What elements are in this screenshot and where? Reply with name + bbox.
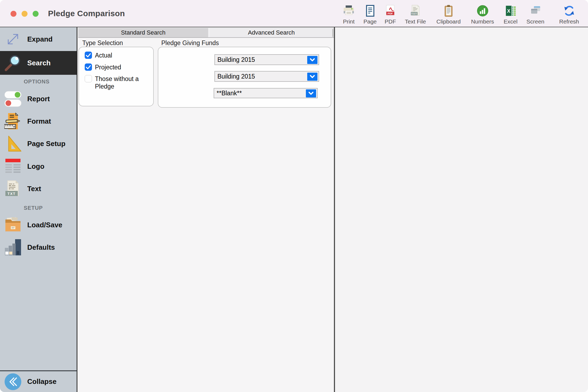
checkmark-icon (85, 63, 92, 71)
sidebar-item-label: Logo (27, 162, 45, 171)
sidebar-item-format[interactable]: Format (0, 111, 77, 131)
toolbar-label-excel: Excel (504, 19, 517, 24)
close-window-button[interactable] (11, 11, 16, 17)
checkbox-label-actual[interactable]: Actual (95, 52, 112, 59)
toolbar-label-text-file: Text File (405, 19, 426, 24)
checkbox-actual[interactable] (85, 52, 92, 59)
report-preview-area (335, 27, 588, 392)
dropdown-value: Building 2015 (215, 56, 255, 63)
collapse-icon (4, 373, 22, 390)
toolbar-label-print: Print (343, 19, 354, 24)
checkmark-icon (85, 52, 92, 59)
report-toggles-icon (4, 91, 22, 107)
dropdown-button[interactable] (307, 56, 317, 64)
tab-standard-search[interactable]: Standard Search (78, 28, 208, 37)
toolbar-button-page[interactable]: Page (363, 5, 377, 24)
sidebar-item-page-setup[interactable]: Page Setup (0, 133, 77, 154)
refresh-icon (563, 5, 575, 17)
sidebar-item-label: Search (27, 59, 51, 67)
toolbar-button-text-file[interactable]: TXT Text File (405, 5, 426, 24)
dropdown-button[interactable] (306, 89, 316, 97)
checkbox-row-projected[interactable]: Projected (85, 63, 149, 71)
sidebar-item-label: Defaults (27, 243, 55, 252)
checkbox-label-those-without-pledge[interactable]: Those without a Pledge (95, 75, 143, 90)
sidebar: Expand Search OPTIONS (0, 27, 77, 392)
toolbar-label-pdf: PDF (385, 19, 396, 24)
sidebar-item-label: Expand (27, 35, 53, 43)
sidebar-item-report[interactable]: Report (0, 89, 77, 109)
screen-windows-icon (529, 5, 542, 17)
factory-icon (4, 239, 22, 256)
type-selection-box: Actual Projected Those without a Pledge (78, 47, 154, 106)
sidebar-item-logo[interactable]: Logo (0, 156, 77, 177)
search-panel: Type Selection Pledge Giving Funds Actua… (78, 38, 334, 392)
sidebar-item-collapse[interactable]: Collapse (0, 371, 77, 392)
checkbox-label-projected[interactable]: Projected (95, 63, 121, 71)
window-title: Pledge Comparison (48, 9, 125, 18)
sidebar-item-expand[interactable]: Expand (0, 27, 77, 51)
excel-x-text: X (507, 8, 510, 14)
minimize-window-button[interactable] (22, 11, 28, 17)
pledge-1-dropdown[interactable]: Building 2015 (214, 54, 319, 65)
search-icon (4, 53, 22, 72)
sidebar-item-load-save[interactable]: Load/Save (0, 215, 77, 235)
set-square-icon (4, 135, 22, 152)
sidebar-item-label: Report (27, 95, 50, 103)
sidebar-section-options: OPTIONS (24, 77, 50, 86)
folder-icon (4, 216, 22, 234)
toolbar-label-screen: Screen (527, 19, 545, 24)
checkbox-those-without-pledge[interactable] (85, 75, 92, 82)
tab-advanced-search[interactable]: Advanced Search (210, 28, 333, 37)
expand-icon (4, 30, 22, 48)
sidebar-item-text[interactable]: TXT Text (0, 178, 77, 199)
toolbar-button-refresh[interactable]: Refresh (559, 5, 579, 24)
chevron-down-icon (307, 73, 317, 81)
sidebar-item-label: Collapse (27, 377, 56, 386)
checkbox-row-those-without-pledge[interactable]: Those without a Pledge (85, 75, 149, 90)
pledge-giving-funds-box: Pledge 1: Building 2015 Pledge 2: Buildi… (158, 47, 331, 108)
tab-bar: Standard Search Advanced Search (78, 27, 334, 38)
dropdown-value: **Blank** (214, 90, 242, 97)
pledge-2-dropdown[interactable]: Building 2015 (214, 71, 319, 82)
scrollbar-thumb[interactable] (332, 29, 333, 37)
toolbar-button-screen[interactable]: Screen (527, 5, 545, 24)
toolbar-button-pdf[interactable]: PDF PDF (384, 5, 396, 24)
checkbox-projected[interactable] (85, 63, 92, 71)
traffic-lights (11, 11, 39, 17)
text-file-icon: TXT (409, 5, 422, 17)
dropdown-value: Building 2015 (215, 73, 255, 80)
toolbar-button-print[interactable]: Print (343, 5, 355, 24)
format-document-icon (4, 113, 22, 130)
dropdown-button[interactable] (307, 73, 317, 81)
txt-document-icon: TXT (4, 180, 22, 197)
logo-letterhead-icon (4, 158, 22, 175)
txt-badge-text: TXT (411, 12, 417, 15)
checkbox-row-actual[interactable]: Actual (85, 52, 149, 59)
sidebar-section-setup: SETUP (24, 204, 43, 212)
toolbar-button-clipboard[interactable]: Clipboard (436, 5, 461, 24)
toolbar-button-excel[interactable]: X Excel (504, 5, 517, 24)
type-selection-title: Type Selection (82, 39, 123, 47)
pledge-giving-funds-title: Pledge Giving Funds (161, 39, 219, 47)
titlebar: Pledge Comparison Print (0, 0, 588, 27)
sidebar-item-label: Format (27, 117, 51, 126)
sidebar-item-search[interactable]: Search (0, 51, 77, 75)
pledge-3-dropdown[interactable]: **Blank** (214, 88, 318, 98)
sidebar-item-label: Load/Save (27, 221, 62, 229)
toolbar-label-numbers: Numbers (471, 19, 494, 24)
sidebar-item-label: Text (27, 185, 41, 193)
toolbar-label-clipboard: Clipboard (436, 19, 461, 24)
zoom-window-button[interactable] (33, 11, 39, 17)
toolbar-button-numbers[interactable]: Numbers (471, 5, 494, 24)
pdf-badge-text: PDF (388, 12, 393, 15)
app-window: Pledge Comparison Print (0, 0, 588, 392)
sidebar-item-defaults[interactable]: Defaults (0, 237, 77, 258)
pdf-file-icon: PDF (384, 5, 396, 17)
toolbar-label-refresh: Refresh (559, 19, 579, 24)
txt-badge-text: TXT (8, 192, 16, 196)
chevron-down-icon (306, 89, 316, 97)
clipboard-icon (442, 5, 455, 17)
sidebar-item-label: Page Setup (27, 140, 66, 148)
toolbar-label-page: Page (363, 19, 377, 24)
page-icon (364, 5, 376, 17)
